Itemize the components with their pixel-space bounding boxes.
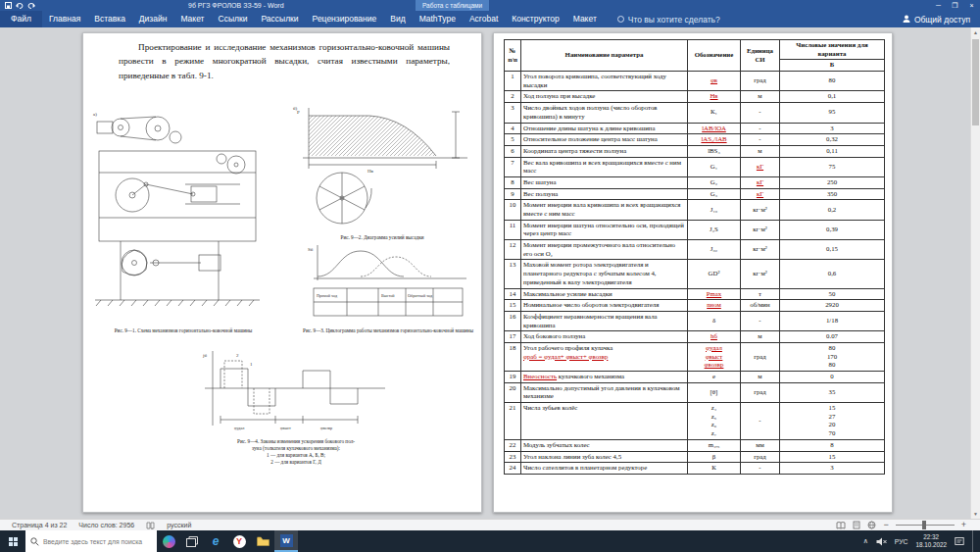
cell-row-number[interactable]: 3 [505,103,521,123]
cell-symbol[interactable]: lАВ/lОА [688,123,741,134]
cell-symbol[interactable]: lBS₃ [688,145,741,157]
ribbon-tab-0[interactable]: Главная [42,11,87,27]
cell-value[interactable]: 3 [780,123,885,134]
tell-me-box[interactable]: Что вы хотите сделать? [617,15,720,25]
cell-symbol[interactable]: Рmax [688,288,741,300]
cell-symbol[interactable]: hб [688,331,741,343]
cell-unit[interactable]: кг·м² [741,260,780,288]
cell-symbol[interactable]: nном [688,300,741,312]
cell-parameter-name[interactable]: Вес шатуна [521,176,688,188]
col-header-name[interactable]: Наименование параметра [521,40,688,72]
cell-value[interactable]: 1/18 [780,311,885,330]
cell-row-number[interactable]: 15 [505,300,521,312]
cell-unit[interactable]: кГ [741,157,780,176]
read-mode-button[interactable] [836,522,846,529]
cell-row-number[interactable]: 14 [505,288,521,300]
figure-9-1[interactable]: а) [91,108,275,324]
search-input[interactable] [43,538,152,545]
cell-unit[interactable]: град [741,451,780,463]
scrollbar-thumb[interactable] [972,39,979,125]
cell-row-number[interactable]: 20 [505,382,521,402]
cortana-icon[interactable] [157,530,180,552]
cell-value[interactable]: 80 [780,72,885,91]
spellcheck-icon[interactable] [146,522,155,529]
cell-value[interactable]: 0,15 [780,240,885,260]
cell-symbol[interactable]: G₁ [688,157,741,176]
language-indicator[interactable]: русский [167,522,191,528]
cell-parameter-name[interactable]: Вес ползуна [521,188,688,200]
zoom-out-button[interactable]: − [883,521,888,529]
cell-value[interactable]: 250 [780,176,885,188]
cell-row-number[interactable]: 17 [505,331,521,343]
cell-row-number[interactable]: 21 [505,403,521,440]
cell-unit[interactable]: - [741,463,780,475]
cell-unit[interactable]: кг·м² [741,200,780,220]
cell-unit[interactable]: - [741,403,780,440]
cell-symbol[interactable]: β [688,451,741,463]
cell-parameter-name[interactable]: Отношение длины шатуна к длине кривошипа [521,123,688,134]
cell-value[interactable]: 0,6 [780,260,885,288]
task-view-icon[interactable] [180,530,204,552]
cell-parameter-name[interactable]: Момент инерции промежуточного вала относ… [521,240,688,260]
cell-parameter-name[interactable]: Ход ползуна при высадке [521,91,688,103]
cell-symbol[interactable]: GD² [688,260,741,288]
cell-row-number[interactable]: 2 [505,91,521,103]
minimize-button[interactable]: ─ [930,0,947,11]
col-header-num[interactable]: № п/п [505,40,521,72]
cell-unit[interactable]: град [741,342,780,371]
cell-parameter-name[interactable]: Ход бокового ползуна [521,331,688,343]
cell-value[interactable]: 95 [780,103,885,123]
word-taskbar-icon[interactable]: W [274,530,298,552]
action-center-icon[interactable] [955,532,964,550]
cell-row-number[interactable]: 11 [505,220,521,239]
cell-symbol[interactable]: lAS₂/lАВ [688,134,741,146]
redo-icon[interactable] [27,2,35,9]
cell-parameter-name[interactable]: Максимальное усилие высадки [521,288,688,300]
web-layout-button[interactable] [867,521,876,529]
cell-value[interactable]: 0,32 [780,134,885,146]
cell-row-number[interactable]: 9 [505,188,521,200]
cell-value[interactable]: 0.07 [780,331,885,343]
cell-parameter-name[interactable]: Угол наклона линии зуба колес 4,5 [521,451,688,463]
cell-parameter-name[interactable]: Угол рабочего профиля кулачка φраб = φуд… [521,342,688,371]
cell-symbol[interactable]: Нв [688,91,741,103]
cell-parameter-name[interactable]: Число сателлитов в планетарном редукторе [521,463,688,475]
cell-unit[interactable]: град [741,382,780,402]
cell-value[interactable]: 35 [780,382,885,402]
ribbon-tab-4[interactable]: Ссылки [212,11,255,27]
cell-value[interactable]: 2920 [780,300,885,312]
cell-value[interactable]: 50 [780,288,885,300]
cell-parameter-name[interactable]: Модуль зубчатых колес [521,439,688,451]
cell-value[interactable]: 0,11 [780,145,885,157]
cell-row-number[interactable]: 19 [505,372,521,383]
cell-unit[interactable]: м [741,145,780,157]
ribbon-tab-file[interactable]: Файл [0,11,42,27]
cell-unit[interactable]: - [741,311,780,330]
start-button[interactable] [0,530,25,552]
cell-symbol[interactable]: φв [688,72,741,91]
ribbon-tab-7[interactable]: Вид [383,11,412,27]
cell-unit[interactable]: мм [741,439,780,451]
cell-value[interactable]: 0,2 [780,200,885,220]
close-button[interactable]: × [963,0,980,11]
language-switcher[interactable]: РУС [895,538,908,545]
volume-icon[interactable] [876,532,887,550]
save-icon[interactable] [5,2,12,9]
cell-value[interactable]: 3 [780,463,885,475]
cell-row-number[interactable]: 13 [505,260,521,288]
vertical-scrollbar[interactable]: ▲ ▼ [970,27,980,519]
cell-symbol[interactable]: δ [688,311,741,330]
cell-row-number[interactable]: 23 [505,451,521,463]
tray-expand-icon[interactable]: ∧ [863,537,868,545]
ribbon-tab-1[interactable]: Вставка [87,11,132,27]
cell-row-number[interactable]: 18 [505,342,521,371]
cell-symbol[interactable]: J₁₀ [688,200,741,220]
ribbon-context-tab-0[interactable]: Конструктор [505,11,565,27]
ribbon-tab-6[interactable]: Рецензирование [306,11,384,27]
cell-value[interactable]: 75 [780,157,885,176]
cell-symbol[interactable]: φудал φвыст φвозвр [688,342,741,371]
zoom-in-button[interactable]: + [961,521,966,529]
cell-unit[interactable]: м [741,372,780,383]
cell-value[interactable]: 0,39 [780,220,885,239]
cell-parameter-name[interactable]: Маховой момент ротора электродвигателя и… [521,260,688,288]
